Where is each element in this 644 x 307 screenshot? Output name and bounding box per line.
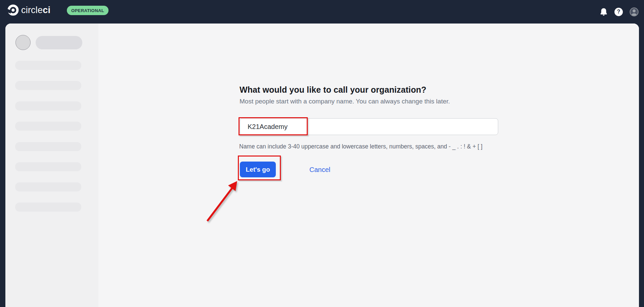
user-avatar-icon[interactable] <box>630 7 639 16</box>
help-icon[interactable]: ? <box>614 8 623 16</box>
sidebar-skeleton <box>5 24 98 307</box>
circleci-logo-icon <box>7 4 19 16</box>
annotation-arrow-icon <box>202 176 246 227</box>
skeleton-bar <box>15 182 81 191</box>
organization-name-input[interactable] <box>240 118 498 135</box>
content-sheet: What would you like to call your organiz… <box>5 24 639 307</box>
skeleton-bar <box>15 142 81 151</box>
page-title: What would you like to call your organiz… <box>240 85 426 95</box>
skeleton-bar <box>15 101 81 111</box>
main-area: What would you like to call your organiz… <box>98 24 639 307</box>
status-badge[interactable]: OPERATIONAL <box>67 6 109 15</box>
circleci-logo-text: circleci <box>21 5 50 15</box>
skeleton-bar <box>15 203 81 212</box>
skeleton-bar <box>15 81 81 90</box>
skeleton-bar <box>15 162 81 171</box>
skeleton-avatar-circle <box>15 35 31 50</box>
page-subtitle: Most people start with a company name. Y… <box>240 98 450 105</box>
cancel-link[interactable]: Cancel <box>309 166 330 174</box>
navbar-icons: ? <box>600 0 639 24</box>
skeleton-org-pill <box>36 36 82 49</box>
notifications-bell-icon[interactable] <box>600 7 608 16</box>
input-helper-text: Name can include 3-40 uppercase and lowe… <box>239 143 482 150</box>
circleci-logo[interactable]: circleci <box>7 4 50 16</box>
skeleton-bar <box>15 122 81 131</box>
lets-go-button[interactable]: Let's go <box>240 162 276 177</box>
top-navbar: circleci OPERATIONAL ? <box>0 0 644 24</box>
skeleton-bar <box>15 61 81 70</box>
